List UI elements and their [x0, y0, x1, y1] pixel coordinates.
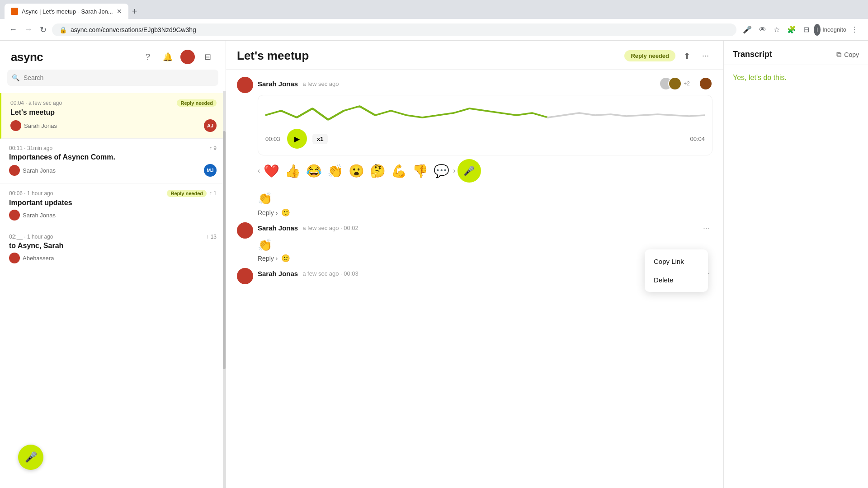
- conversation-item-1[interactable]: 00:11 · 31min ago ↑ 9 Importances of Asy…: [0, 139, 226, 183]
- context-menu: Copy Link Delete: [645, 249, 708, 292]
- conversation-item-2[interactable]: 00:06 · 1 hour ago Reply needed ↑ 1 Impo…: [0, 183, 226, 227]
- add-emoji-button-0[interactable]: 🙂: [281, 208, 290, 217]
- search-input[interactable]: [7, 70, 218, 86]
- app-logo: async: [11, 50, 43, 64]
- author-name-0: Sarah Jonas: [24, 122, 57, 129]
- conv-avatar-0: Sarah Jonas: [10, 120, 57, 131]
- emoji-scroll-right[interactable]: ›: [453, 167, 455, 175]
- conv-meta-1: 00:11 · 31min ago ↑ 9: [9, 145, 217, 151]
- emoji-laugh[interactable]: 😂: [304, 162, 324, 180]
- extensions-button[interactable]: 🧩: [784, 23, 799, 37]
- sidebar-toggle-button[interactable]: ⊟: [200, 50, 215, 64]
- star-nav-button[interactable]: ☆: [771, 23, 783, 37]
- sidebar-nav-button[interactable]: ⊟: [801, 23, 812, 37]
- author-name-2: Sarah Jonas: [23, 212, 56, 219]
- conv-meta-3: 02:__ · 1 hour ago ↑ 13: [9, 234, 217, 240]
- browser-tab[interactable]: Async | Let's meetup - Sarah Jon... ✕: [5, 4, 128, 19]
- comment-actions-0: Reply › 🙂: [258, 208, 712, 217]
- comment-time-1: a few sec ago · 00:02: [302, 225, 359, 231]
- new-tab-button[interactable]: +: [128, 6, 141, 17]
- back-button[interactable]: ←: [7, 23, 19, 36]
- unread-badge-1: MJ: [204, 164, 217, 177]
- conv-avatar-3: Abehassera: [9, 253, 54, 263]
- audio-player: 00:03 ▶ x1 00:04: [258, 95, 712, 155]
- tab-title: Async | Let's meetup - Sarah Jon...: [22, 8, 113, 15]
- participant-avatars: +2: [663, 77, 712, 90]
- conversation-title-main: Let's meetup: [237, 49, 309, 63]
- emoji-record-button[interactable]: 🎤: [458, 159, 481, 183]
- share-button[interactable]: ⬆: [680, 49, 694, 63]
- comment-meta-1: Sarah Jonas a few sec ago · 00:02 ···: [258, 222, 712, 234]
- participant-avatar-3: [699, 77, 712, 90]
- sidebar-header: async ? 🔔 ⊟: [0, 41, 226, 70]
- unread-badge-0: AJ: [204, 119, 217, 132]
- mini-avatar-0: [10, 120, 21, 131]
- profile-button[interactable]: I: [814, 24, 821, 36]
- more-options-button[interactable]: ···: [698, 49, 712, 62]
- comment-emoji-1: 👏: [258, 238, 712, 252]
- menu-button[interactable]: ⋮: [848, 23, 861, 37]
- comment-0: 👏 Reply › 🙂: [237, 192, 712, 217]
- sidebar-scroll-wrapper: 00:04 · a few sec ago Reply needed Let's…: [0, 91, 226, 488]
- copy-button[interactable]: ⧉ Copy: [836, 51, 859, 59]
- emoji-muscle[interactable]: 💪: [389, 162, 409, 180]
- forward-button[interactable]: →: [23, 23, 34, 36]
- emoji-thumbsdown[interactable]: 👎: [410, 162, 430, 180]
- conv-meta-0: 00:04 · a few sec ago Reply needed: [10, 99, 217, 107]
- main-content: Let's meetup Reply needed ⬆ ··· Sarah Jo…: [226, 41, 723, 488]
- main-msg-avatar: [237, 77, 253, 93]
- time-current: 00:03: [265, 136, 282, 142]
- help-button[interactable]: ?: [141, 50, 155, 64]
- comment-emoji-0: 👏: [258, 192, 712, 206]
- comment-avatar-1: [237, 222, 253, 239]
- conversation-item-3[interactable]: 02:__ · 1 hour ago ↑ 13 to Async, Sarah …: [0, 227, 226, 270]
- conv-footer-0: Sarah Jonas AJ: [10, 119, 217, 132]
- incognito-label: Incognito: [822, 26, 846, 33]
- sidebar-scrollbar[interactable]: [223, 91, 226, 488]
- emoji-chat[interactable]: 💬: [432, 162, 451, 180]
- address-bar[interactable]: 🔒 async.com/conversations/EJgb3Nzd9Gw3hg: [52, 23, 736, 36]
- emoji-heart[interactable]: ❤️: [262, 162, 281, 180]
- tab-close-button[interactable]: ✕: [117, 8, 122, 15]
- comment-container-1: Sarah Jonas a few sec ago · 00:02 ··· 👏 …: [237, 222, 712, 263]
- reply-needed-main: Reply needed: [624, 50, 675, 61]
- message-area: Sarah Jonas a few sec ago +2: [226, 70, 723, 488]
- eye-nav-button[interactable]: 👁: [756, 23, 769, 37]
- play-button[interactable]: ▶: [287, 129, 307, 149]
- copy-label: Copy: [844, 51, 859, 58]
- mic-nav-button[interactable]: 🎤: [740, 23, 755, 37]
- emoji-clap[interactable]: 👏: [326, 162, 345, 180]
- comment-more-button-1[interactable]: ···: [700, 222, 712, 234]
- reload-button[interactable]: ↻: [38, 23, 48, 37]
- conversation-list: 00:04 · a few sec ago Reply needed Let's…: [0, 91, 226, 488]
- emoji-scroll-left[interactable]: ‹: [258, 167, 260, 175]
- main-msg-author: Sarah Jonas: [258, 80, 298, 88]
- mini-avatar-3: [9, 253, 20, 263]
- emoji-bar: ‹ ❤️ 👍 😂 👏 😮 🤔 💪 👎 💬 › 🎤: [258, 155, 712, 186]
- comment-time-2: a few sec ago · 00:03: [302, 270, 359, 277]
- transcript-content: Yes, let's do this.: [724, 65, 868, 90]
- context-menu-delete[interactable]: Delete: [645, 271, 708, 289]
- main-header: Let's meetup Reply needed ⬆ ···: [226, 41, 723, 70]
- emoji-thumbsup[interactable]: 👍: [283, 162, 302, 180]
- search-icon: 🔍: [12, 74, 19, 81]
- conv-title-1: Importances of Asyncn Comm.: [9, 153, 217, 161]
- emoji-wow[interactable]: 😮: [347, 162, 366, 180]
- notifications-button[interactable]: 🔔: [160, 50, 175, 64]
- vote-badge-1: ↑ 9: [209, 145, 217, 151]
- author-name-1: Sarah Jonas: [23, 167, 56, 174]
- conversation-item-0[interactable]: 00:04 · a few sec ago Reply needed Let's…: [0, 93, 226, 139]
- speed-button[interactable]: x1: [312, 134, 328, 144]
- add-emoji-button-1[interactable]: 🙂: [281, 254, 290, 263]
- reply-button-0[interactable]: Reply ›: [258, 209, 278, 216]
- vote-badge-3: ↑ 13: [206, 234, 217, 240]
- conv-time-0: 00:04 · a few sec ago: [10, 100, 62, 106]
- reply-button-1[interactable]: Reply ›: [258, 255, 278, 262]
- comment-2: Sarah Jonas a few sec ago · 00:03 ···: [237, 268, 712, 284]
- sidebar: async ? 🔔 ⊟ 🔍 00:04 · a few sec ago Re: [0, 41, 226, 488]
- search-bar: 🔍: [7, 70, 218, 86]
- emoji-think[interactable]: 🤔: [368, 162, 387, 180]
- context-menu-copy-link[interactable]: Copy Link: [645, 252, 708, 271]
- waveform: [265, 102, 705, 129]
- user-avatar[interactable]: [180, 50, 195, 64]
